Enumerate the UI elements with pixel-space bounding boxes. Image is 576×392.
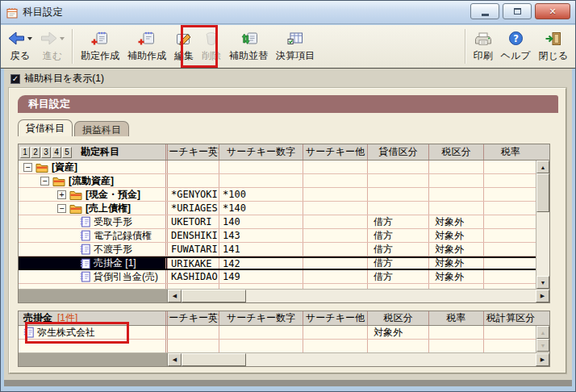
table-row[interactable]: 受取手形UKETORI140借方対象外 <box>19 215 549 229</box>
page-icon <box>80 258 90 269</box>
sub-column-header: 税率 <box>429 311 484 325</box>
scrollbar-filler <box>19 290 168 302</box>
scroll-left-button[interactable]: ◀ <box>168 290 182 302</box>
tax-class-cell: 対象外 <box>429 270 484 283</box>
tab-balance-accounts[interactable]: 貸借科目 <box>18 119 73 136</box>
tax-class-cell: 対象外 <box>429 243 484 256</box>
tab-profit-loss-accounts[interactable]: 損益科目 <box>74 121 129 136</box>
search-key-en-cell <box>168 174 219 187</box>
maximize-button[interactable] <box>503 3 532 19</box>
dropdown-caret-icon[interactable] <box>60 37 65 40</box>
annotation-box-edit-button <box>181 25 218 68</box>
tax-rate-cell <box>484 258 537 269</box>
minimize-button[interactable] <box>470 3 499 19</box>
toolbar-button-close-window[interactable]: 閉じる <box>534 26 572 67</box>
column-header: 税区分 <box>429 144 484 160</box>
help-icon: ? <box>508 31 524 46</box>
tree-level-button-4[interactable]: 4 <box>52 147 61 158</box>
vertical-scrollbar[interactable]: ▲▼ <box>536 326 549 352</box>
tax-class-cell: 対象外 <box>429 229 484 242</box>
horizontal-scrollbar[interactable]: ◀▶ <box>19 352 549 366</box>
search-key-other-cell <box>303 202 368 215</box>
vertical-scroll-thumb[interactable] <box>536 173 549 212</box>
close-button[interactable]: ✕ <box>535 3 570 19</box>
window-title: 科目設定 <box>23 6 63 19</box>
debit-credit-cell: 借方 <box>368 270 429 283</box>
close-icon: ✕ <box>549 7 556 16</box>
debit-credit-cell <box>368 188 429 201</box>
search-key-en-cell: DENSHIKI <box>168 229 219 242</box>
account-name: [現金・預金] <box>86 188 140 201</box>
print-icon <box>474 31 492 46</box>
scroll-track[interactable] <box>246 290 536 302</box>
table-row[interactable]: −[流動資産] <box>19 174 549 188</box>
tree-level-button-5[interactable]: 5 <box>62 147 72 158</box>
scroll-right-button[interactable]: ▶ <box>536 290 549 302</box>
show-sub-accounts-checkbox[interactable]: ✓ <box>10 74 20 84</box>
scroll-down-button: ▼ <box>536 339 549 352</box>
dropdown-caret-icon[interactable] <box>27 37 32 40</box>
toolbar-button-subaccount-create[interactable]: 補助作成 <box>123 26 170 67</box>
search-key-num-cell: *100 <box>219 188 303 201</box>
table-row[interactable]: 貸倒引当金(売)KASHIDAO149借方対象外 <box>19 270 549 284</box>
table-row[interactable]: −[売上債権]*URIAGES*140 <box>19 202 549 215</box>
tax-calc-cell <box>484 340 537 352</box>
toolbar-button-back-arrow[interactable]: 戻る <box>4 26 36 67</box>
search-key-other-cell <box>303 258 368 269</box>
toolbar-separator <box>465 29 466 64</box>
search-key-en-cell <box>168 161 219 173</box>
toolbar-button-help[interactable]: ?ヘルプ <box>497 26 535 67</box>
table-header-row: 12345勘定科目サーチキー英字サーチキー数字サーチキー他貸借区分税区分税率 <box>19 144 549 161</box>
scroll-track[interactable] <box>246 353 536 366</box>
toolbar-button-settlement-item[interactable]: 決算項目 <box>272 26 319 67</box>
vertical-scrollbar[interactable]: ▲▼ <box>536 161 549 289</box>
folder-icon <box>52 176 65 186</box>
expand-icon[interactable]: + <box>57 190 66 199</box>
column-header: 貸借区分 <box>368 144 429 160</box>
search-key-num-cell: 149 <box>219 270 303 283</box>
toolbar-button-label: 勘定作成 <box>81 49 119 63</box>
search-key-other-cell <box>303 215 368 228</box>
tree-level-button-2[interactable]: 2 <box>31 147 40 158</box>
scroll-right-button[interactable]: ▶ <box>536 353 549 366</box>
tree-level-button-3[interactable]: 3 <box>41 147 51 158</box>
account-cell: 貸倒引当金(売) <box>19 270 168 283</box>
search-key-num-cell <box>219 340 303 352</box>
search-key-num-cell: *140 <box>219 202 303 215</box>
forward-arrow-icon <box>40 31 57 45</box>
search-key-other-cell <box>303 340 368 352</box>
scroll-down-button[interactable]: ▼ <box>536 276 549 289</box>
toolbar-separator <box>72 29 73 64</box>
table-row[interactable]: 不渡手形FUWATARI141借方対象外 <box>19 243 549 256</box>
horizontal-scroll-thumb[interactable] <box>182 290 246 302</box>
panel-title: 科目設定 <box>18 95 558 113</box>
table-row[interactable]: +[現金・預金]*GENYOKI*100 <box>19 188 549 202</box>
page-icon <box>80 230 90 241</box>
scroll-left-button[interactable]: ◀ <box>168 353 182 366</box>
table-row[interactable]: −[資産] <box>19 161 549 174</box>
table-row-selected[interactable]: 売掛金 [1]URIKAKE142借方対象外 <box>19 256 549 270</box>
search-key-en-cell: URIKAKE <box>168 258 219 269</box>
search-key-num-cell: 142 <box>219 258 303 269</box>
toolbar-button-subaccount-reorder[interactable]: 補助並替 <box>225 26 272 67</box>
account-cell: −[資産] <box>19 161 168 173</box>
tax-rate-cell <box>484 174 537 187</box>
scroll-up-button[interactable]: ▲ <box>536 161 549 173</box>
column-header-account: 12345勘定科目 <box>19 144 168 160</box>
window-bottom-edge <box>4 380 572 386</box>
toolbar-button-account-create[interactable]: 勘定作成 <box>77 26 123 67</box>
toolbar-button-print[interactable]: 印刷 <box>470 26 497 67</box>
account-name: [資産] <box>52 161 77 173</box>
show-sub-accounts-option[interactable]: ✓ 補助科目を表示(1) <box>10 72 104 85</box>
column-header: 税率 <box>484 144 537 160</box>
sub-column-header: 税区分 <box>368 311 429 325</box>
collapse-icon[interactable]: − <box>40 177 49 186</box>
collapse-icon[interactable]: − <box>23 163 32 172</box>
collapse-icon[interactable]: − <box>57 204 66 213</box>
table-row[interactable]: 電子記録債権DENSHIKI143借方対象外 <box>19 229 549 243</box>
horizontal-scrollbar[interactable]: ◀▶ <box>19 289 549 302</box>
horizontal-scroll-thumb[interactable] <box>182 353 246 366</box>
account-name: 貸倒引当金(売) <box>94 270 158 283</box>
tree-level-button-1[interactable]: 1 <box>20 147 30 158</box>
toolbar-button-label: 補助作成 <box>127 49 166 63</box>
